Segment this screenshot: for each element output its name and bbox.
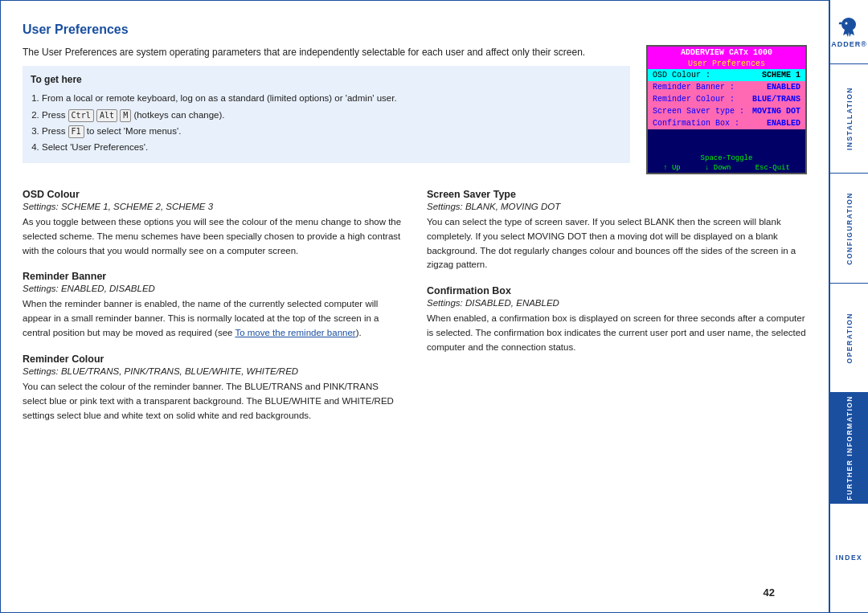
sidebar-tab-operation-label: OPERATION xyxy=(845,313,854,363)
get-here-step-3: Press F1 to select 'More menus'. xyxy=(42,124,622,138)
osd-nav-esc: Esc-Quit xyxy=(755,164,790,172)
sidebar-tab-installation-label: INSTALLATION xyxy=(845,87,854,150)
osd-nav-up: ↑ Up xyxy=(663,164,681,172)
screen-saver-label: Screen Saver type : xyxy=(653,107,744,116)
reminder-colour-section: Reminder Colour Settings: BLUE/TRANS, PI… xyxy=(23,353,403,423)
osd-colour-settings: Settings: SCHEME 1, SCHEME 2, SCHEME 3 xyxy=(23,202,403,211)
osd-title: ADDERVIEW CATx 1000 xyxy=(648,47,805,59)
osd-row-screen-saver: Screen Saver type : MOVING DOT xyxy=(648,105,805,117)
osd-colour-label: OSD Colour : xyxy=(653,71,710,80)
main-content: User Preferences The User Preferences ar… xyxy=(0,0,829,613)
screen-saver-body: You can select the type of screen saver.… xyxy=(427,215,807,272)
screen-saver-settings: Settings: BLANK, MOVING DOT xyxy=(427,202,807,211)
osd-colour-heading: OSD Colour xyxy=(23,189,403,200)
reminder-colour-settings: Settings: BLUE/TRANS, PINK/TRANS, BLUE/W… xyxy=(23,366,403,376)
osd-spacer xyxy=(648,129,805,153)
sidebar-tab-index-label: INDEX xyxy=(836,554,862,562)
reminder-banner-link[interactable]: To move the reminder banner xyxy=(235,328,355,337)
logo-area: ADDER® xyxy=(830,0,868,64)
get-here-steps: From a local or remote keyboard, log on … xyxy=(31,91,622,155)
confirmation-box-body: When enabled, a confirmation box is disp… xyxy=(427,312,807,354)
get-here-box: To get here From a local or remote keybo… xyxy=(23,66,630,163)
osd-subtitle: User Preferences xyxy=(648,59,805,69)
screen-saver-section: Screen Saver Type Settings: BLANK, MOVIN… xyxy=(427,189,807,272)
screen-saver-heading: Screen Saver Type xyxy=(427,189,807,200)
top-section: The User Preferences are system operatin… xyxy=(23,45,807,174)
osd-row-reminder-banner: Reminder Banner : ENABLED xyxy=(648,81,805,93)
reminder-banner-settings: Settings: ENABLED, DISABLED xyxy=(23,284,403,293)
confirmation-box-label: Confirmation Box : xyxy=(653,119,739,128)
adder-logo: ADDER® xyxy=(831,16,867,48)
svg-point-0 xyxy=(845,22,848,24)
sidebar-tab-configuration-label: CONFIGURATION xyxy=(845,192,854,265)
get-here-step-4: Select 'User Preferences'. xyxy=(42,140,622,154)
osd-row-osd-colour: OSD Colour : SCHEME 1 xyxy=(648,69,805,81)
content-columns: OSD Colour Settings: SCHEME 1, SCHEME 2,… xyxy=(23,189,807,435)
osd-nav-down: ↓ Down xyxy=(705,164,731,172)
sidebar: ADDER® INSTALLATION CONFIGURATION OPERAT… xyxy=(829,0,868,613)
sidebar-tabs: INSTALLATION CONFIGURATION OPERATION FUR… xyxy=(830,64,868,613)
reminder-banner-body: When the reminder banner is enabled, the… xyxy=(23,297,403,340)
osd-footer-space: Space-Toggle xyxy=(648,153,805,163)
osd-colour-section: OSD Colour Settings: SCHEME 1, SCHEME 2,… xyxy=(23,189,403,258)
sidebar-tab-index[interactable]: INDEX xyxy=(830,503,868,613)
reminder-banner-body-end: ). xyxy=(356,328,362,337)
f1-key: F1 xyxy=(68,125,84,138)
reminder-colour-value: BLUE/TRANS xyxy=(752,95,800,104)
left-column: OSD Colour Settings: SCHEME 1, SCHEME 2,… xyxy=(23,189,403,435)
get-here-step-2: Press Ctrl Alt M (hotkeys can change). xyxy=(42,108,622,122)
reminder-banner-heading: Reminder Banner xyxy=(23,271,403,282)
intro-area: The User Preferences are system operatin… xyxy=(23,45,630,174)
reminder-banner-value: ENABLED xyxy=(767,83,800,92)
reminder-banner-section: Reminder Banner Settings: ENABLED, DISAB… xyxy=(23,271,403,340)
right-column: Screen Saver Type Settings: BLANK, MOVIN… xyxy=(427,189,807,435)
sidebar-tab-operation[interactable]: OPERATION xyxy=(830,284,868,393)
adder-brand-text: ADDER® xyxy=(831,40,867,48)
m-key: M xyxy=(120,109,131,122)
confirmation-box-settings: Settings: DISABLED, ENABLED xyxy=(427,298,807,308)
sidebar-tab-further-information[interactable]: FURTHER INFORMATION xyxy=(830,393,868,502)
page-title: User Preferences xyxy=(23,22,807,37)
osd-footer-nav: ↑ Up ↓ Down Esc-Quit xyxy=(648,163,805,173)
reminder-colour-label: Reminder Colour : xyxy=(653,95,735,104)
confirmation-box-section: Confirmation Box Settings: DISABLED, ENA… xyxy=(427,285,807,354)
sidebar-tab-configuration[interactable]: CONFIGURATION xyxy=(830,174,868,283)
osd-row-reminder-colour: Reminder Colour : BLUE/TRANS xyxy=(648,93,805,105)
reminder-colour-body: You can select the colour of the reminde… xyxy=(23,380,403,423)
osd-screenshot: ADDERVIEW CATx 1000 User Preferences OSD… xyxy=(646,45,807,174)
alt-key: Alt xyxy=(96,109,117,122)
sidebar-tab-installation[interactable]: INSTALLATION xyxy=(830,64,868,174)
sidebar-tab-further-information-label: FURTHER INFORMATION xyxy=(845,395,854,501)
intro-paragraph: The User Preferences are system operatin… xyxy=(23,45,630,59)
osd-colour-value: SCHEME 1 xyxy=(762,71,800,80)
osd-row-confirmation-box: Confirmation Box : ENABLED xyxy=(648,117,805,129)
osd-colour-body: As you toggle between these options you … xyxy=(23,215,403,258)
get-here-step-1: From a local or remote keyboard, log on … xyxy=(42,91,622,105)
get-here-title: To get here xyxy=(31,72,622,88)
confirmation-box-heading: Confirmation Box xyxy=(427,285,807,296)
adder-bird-icon xyxy=(837,16,861,39)
screen-saver-value: MOVING DOT xyxy=(752,107,800,116)
confirmation-box-value: ENABLED xyxy=(767,119,800,128)
page-number: 42 xyxy=(764,586,775,599)
reminder-colour-heading: Reminder Colour xyxy=(23,353,403,365)
reminder-banner-label: Reminder Banner : xyxy=(653,83,735,92)
ctrl-key: Ctrl xyxy=(68,109,94,122)
